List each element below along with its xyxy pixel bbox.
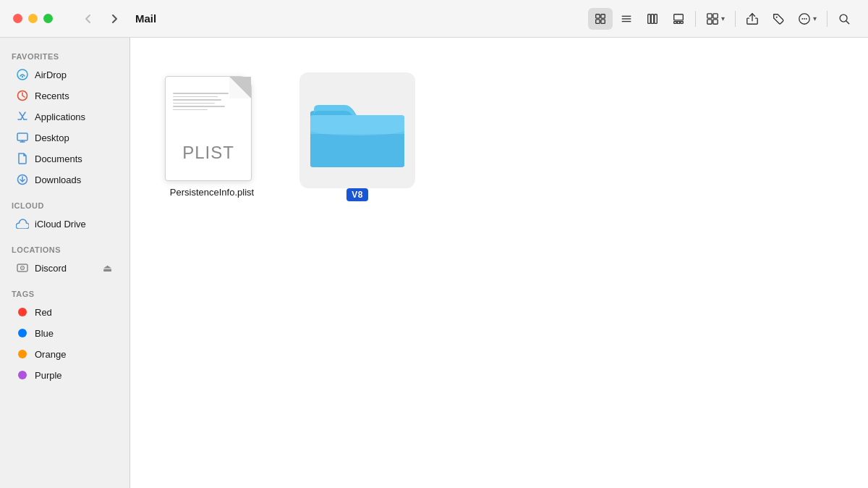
folder-icon: [310, 91, 404, 170]
svg-rect-17: [713, 19, 718, 23]
desktop-label: Desktop: [35, 132, 114, 143]
chevron-left-icon: [82, 12, 95, 25]
sidebar-item-discord[interactable]: Discord ⏏: [4, 258, 125, 278]
svg-rect-14: [707, 13, 712, 17]
airdrop-label: AirDrop: [35, 70, 114, 80]
documents-label: Documents: [35, 153, 114, 164]
svg-rect-7: [648, 14, 651, 23]
plist-file-item[interactable]: PLIST PersistenceInfo.plist: [159, 67, 265, 203]
svg-rect-9: [655, 14, 658, 23]
eject-button[interactable]: ⏏: [101, 262, 114, 274]
svg-rect-11: [674, 21, 677, 23]
sidebar-item-recents[interactable]: Recents: [4, 85, 125, 106]
content-area: PLIST PersistenceInfo.plist: [130, 38, 868, 488]
desktop-icon: [16, 131, 29, 144]
tag-icon: [772, 12, 785, 25]
group-chevron: ▾: [721, 14, 725, 22]
purple-tag-label: Purple: [35, 370, 114, 381]
blue-tag-label: Blue: [35, 328, 114, 339]
toolbar-right: ▾ ▾: [588, 8, 868, 30]
sidebar-item-tag-purple[interactable]: Purple: [4, 365, 125, 385]
plist-type-label: PLIST: [166, 143, 251, 163]
svg-rect-16: [707, 19, 712, 23]
maximize-button[interactable]: [43, 14, 53, 23]
list-view-button[interactable]: [614, 8, 639, 30]
svg-point-21: [804, 18, 805, 20]
more-chevron: ▾: [813, 14, 817, 22]
close-button[interactable]: [13, 14, 22, 23]
group-button[interactable]: ▾: [700, 8, 731, 30]
svg-rect-0: [596, 14, 600, 17]
search-icon: [838, 12, 851, 25]
svg-point-18: [776, 16, 778, 17]
tag-button[interactable]: [766, 8, 791, 30]
svg-rect-2: [596, 19, 600, 22]
folder-icon-wrapper: [299, 72, 415, 188]
svg-point-22: [806, 18, 807, 20]
group-icon: [706, 12, 719, 25]
more-button[interactable]: ▾: [792, 8, 822, 30]
svg-line-24: [846, 21, 849, 24]
purple-tag-icon: [16, 369, 29, 382]
disk-icon: [16, 261, 29, 274]
plist-file-icon: PLIST: [165, 72, 259, 181]
svg-rect-8: [651, 14, 654, 23]
airdrop-icon: [16, 68, 29, 81]
red-tag-icon: [16, 306, 29, 319]
sidebar: Favorites AirDrop Recents: [0, 38, 130, 488]
v8-badge: V8: [346, 188, 368, 201]
documents-icon: [16, 152, 29, 165]
recents-label: Recents: [35, 91, 114, 101]
tags-header: Tags: [0, 284, 129, 301]
folder-file-item[interactable]: V8: [294, 67, 421, 213]
icloud-icon: [16, 217, 29, 230]
forward-button[interactable]: [103, 9, 125, 28]
gallery-view-button[interactable]: [666, 8, 691, 30]
discord-label: Discord: [35, 263, 95, 274]
svg-rect-12: [677, 21, 680, 23]
svg-point-26: [22, 76, 23, 77]
share-button[interactable]: [740, 8, 765, 30]
search-button[interactable]: [832, 8, 856, 30]
icloud-header: iCloud: [0, 195, 129, 213]
sidebar-item-icloud-drive[interactable]: iCloud Drive: [4, 214, 125, 234]
gallery-icon: [672, 12, 685, 25]
sidebar-item-documents[interactable]: Documents: [4, 148, 125, 169]
sidebar-item-downloads[interactable]: Downloads: [4, 169, 125, 190]
applications-label: Applications: [35, 112, 114, 122]
blue-tag-icon: [16, 327, 29, 340]
back-button[interactable]: [77, 9, 99, 28]
svg-rect-3: [601, 19, 605, 22]
downloads-icon: [16, 173, 29, 186]
orange-tag-label: Orange: [35, 349, 114, 360]
favorites-header: Favorites: [0, 46, 129, 64]
sidebar-item-tag-red[interactable]: Red: [4, 302, 125, 322]
column-view-button[interactable]: [640, 8, 665, 30]
separator-3: [827, 11, 827, 27]
more-icon: [798, 12, 811, 25]
window-controls: [0, 14, 66, 23]
grid-view-button[interactable]: [588, 8, 613, 30]
svg-rect-1: [601, 14, 605, 17]
sidebar-item-desktop[interactable]: Desktop: [4, 127, 125, 148]
separator-2: [735, 11, 736, 27]
svg-rect-28: [17, 133, 27, 140]
recents-icon: [16, 89, 29, 102]
svg-rect-13: [681, 21, 684, 23]
grid-icon: [594, 12, 607, 25]
window-title: Mail: [135, 12, 156, 25]
sidebar-item-applications[interactable]: Applications: [4, 106, 125, 127]
applications-icon: [16, 110, 29, 123]
main-area: Favorites AirDrop Recents: [0, 38, 868, 488]
list-icon: [620, 12, 633, 25]
sidebar-item-tag-blue[interactable]: Blue: [4, 323, 125, 343]
separator-1: [695, 11, 696, 27]
orange-tag-icon: [16, 348, 29, 361]
title-bar: Mail: [0, 0, 868, 38]
red-tag-label: Red: [35, 307, 114, 318]
minimize-button[interactable]: [28, 14, 38, 23]
sidebar-item-tag-orange[interactable]: Orange: [4, 344, 125, 364]
sidebar-item-airdrop[interactable]: AirDrop: [4, 64, 125, 85]
svg-point-20: [801, 18, 803, 20]
columns-icon: [646, 12, 659, 25]
